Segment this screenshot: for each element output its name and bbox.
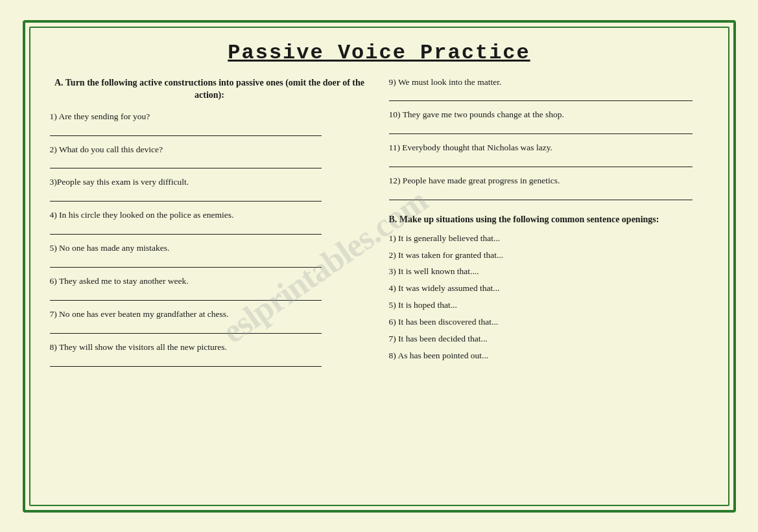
situation-5: 5) It is hoped that... [389, 299, 709, 312]
answer-line [389, 91, 693, 101]
answer-line [50, 224, 322, 235]
answer-line [50, 323, 322, 334]
exercise-text: 11) Everybody thought that Nicholas was … [389, 142, 709, 154]
right-exercise-10: 10) They gave me two pounds change at th… [389, 109, 709, 134]
left-exercise-6: 6) They asked me to stay another week. [50, 275, 370, 301]
situation-3: 3) It is well known that.... [389, 266, 709, 278]
right-exercise-9: 9) We must look into the matter. [389, 76, 709, 102]
left-exercise-1: 1) Are they sending for you? [50, 111, 370, 136]
exercise-text: 4) In his circle they looked on the poli… [50, 209, 370, 222]
answer-line [50, 356, 322, 367]
section-a-header: A. Turn the following active constructio… [50, 76, 370, 102]
right-exercise-12: 12) People have made great progress in g… [389, 175, 709, 200]
outer-border: Passive Voice Practice A. Turn the follo… [23, 20, 736, 513]
exercise-text: 2) What do you call this device? [50, 144, 370, 156]
exercise-text: 8) They will show the visitors all the n… [50, 341, 370, 354]
situation-1: 1) It is generally believed that... [389, 233, 709, 245]
left-exercise-8: 8) They will show the visitors all the n… [50, 341, 370, 367]
left-exercise-7: 7) No one has ever beaten my grandfather… [50, 308, 370, 334]
left-column: A. Turn the following active constructio… [50, 76, 370, 492]
inner-border: Passive Voice Practice A. Turn the follo… [29, 27, 729, 506]
right-exercise-11: 11) Everybody thought that Nicholas was … [389, 142, 709, 167]
answer-line [50, 290, 322, 301]
page-title: Passive Voice Practice [228, 41, 530, 65]
section-b-header: B. Make up situations using the followin… [389, 213, 709, 226]
situation-7: 7) It has been decided that... [389, 333, 709, 345]
left-exercise-3: 3)People say this exam is very difficult… [50, 176, 370, 202]
situation-6: 6) It has been discovered that... [389, 316, 709, 329]
answer-line [50, 191, 322, 202]
exercise-text: 6) They asked me to stay another week. [50, 275, 370, 288]
answer-line [50, 126, 322, 136]
right-column: 9) We must look into the matter. 10) The… [389, 76, 709, 492]
answer-line [50, 158, 322, 168]
left-exercise-4: 4) In his circle they looked on the poli… [50, 209, 370, 235]
exercise-text: 3)People say this exam is very difficult… [50, 176, 370, 189]
content-area: A. Turn the following active constructio… [50, 76, 709, 492]
exercise-text: 7) No one has ever beaten my grandfather… [50, 308, 370, 321]
situation-2: 2) It was taken for granted that... [389, 249, 709, 262]
answer-line [389, 190, 693, 200]
answer-line [50, 257, 322, 268]
exercise-text: 10) They gave me two pounds change at th… [389, 109, 709, 121]
answer-line [389, 124, 693, 134]
exercise-text: 1) Are they sending for you? [50, 111, 370, 123]
exercise-text: 5) No one has made any mistakes. [50, 242, 370, 255]
situation-8: 8) As has been pointed out... [389, 350, 709, 362]
title-section: Passive Voice Practice [50, 41, 709, 65]
left-exercise-5: 5) No one has made any mistakes. [50, 242, 370, 268]
exercise-text: 12) People have made great progress in g… [389, 175, 709, 187]
answer-line [389, 157, 693, 167]
left-exercise-2: 2) What do you call this device? [50, 144, 370, 169]
exercise-text: 9) We must look into the matter. [389, 76, 709, 89]
situation-4: 4) It was widely assumed that... [389, 283, 709, 295]
